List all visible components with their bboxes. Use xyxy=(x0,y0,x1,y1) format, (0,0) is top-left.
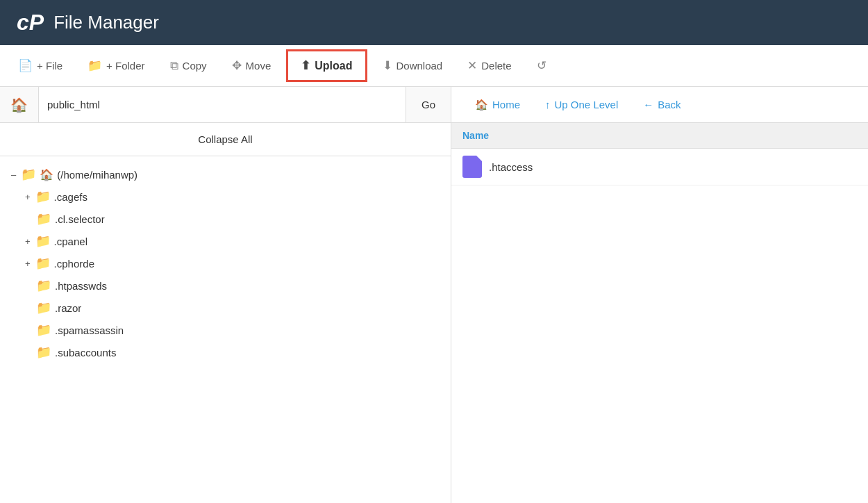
path-home-button[interactable]: 🏠 xyxy=(0,87,39,122)
tree-label-cpanel: .cpanel xyxy=(54,236,87,247)
tree-item-cpanel[interactable]: +📁.cpanel xyxy=(0,230,451,252)
right-panel: 🏠 Home ↑ Up One Level ← Back Name .htacc… xyxy=(451,87,868,503)
main-content: 🏠 Go Collapse All –📁🏠(/home/mihanwp)+📁.c… xyxy=(0,87,868,503)
tree-label-razor: .razor xyxy=(55,302,81,314)
tree-item-cphorde[interactable]: +📁.cphorde xyxy=(0,252,451,274)
cpanel-logo: cP xyxy=(17,10,44,35)
app-title: File Manager xyxy=(53,12,159,33)
file-tree: –📁🏠(/home/mihanwp)+📁.cagefs📁.cl.selector… xyxy=(0,156,451,503)
folder-icon-subaccounts: 📁 xyxy=(36,345,51,360)
back-icon: ← xyxy=(643,99,653,110)
file-plus-icon: 📄 xyxy=(18,58,33,73)
folder-icon-htpasswds: 📁 xyxy=(36,278,51,293)
folder-icon-spamassassin: 📁 xyxy=(36,322,51,338)
right-nav: 🏠 Home ↑ Up One Level ← Back xyxy=(451,87,868,123)
up-icon: ↑ xyxy=(545,99,551,110)
table-header: Name xyxy=(451,123,868,149)
folder-plus-icon: 📁 xyxy=(87,58,102,73)
file-name-htaccess: .htaccess xyxy=(489,161,533,173)
download-icon: ⬇ xyxy=(383,58,392,73)
collapse-all-button[interactable]: Collapse All xyxy=(0,123,451,156)
move-icon: ✥ xyxy=(232,58,242,73)
new-file-button[interactable]: 📄 + File xyxy=(6,45,75,86)
tree-label-clselector: .cl.selector xyxy=(55,213,105,225)
tree-toggle-root[interactable]: – xyxy=(11,170,16,180)
upload-icon: ⬆ xyxy=(301,58,310,73)
tree-toggle-cphorde[interactable]: + xyxy=(25,258,31,269)
left-panel: 🏠 Go Collapse All –📁🏠(/home/mihanwp)+📁.c… xyxy=(0,87,451,503)
back-button[interactable]: ← Back xyxy=(631,87,693,122)
copy-icon: ⧉ xyxy=(170,59,178,73)
tree-toggle-cagefs[interactable]: + xyxy=(25,192,31,202)
tree-item-clselector[interactable]: 📁.cl.selector xyxy=(0,208,451,230)
path-input[interactable] xyxy=(39,87,406,122)
tree-item-root[interactable]: –📁🏠(/home/mihanwp) xyxy=(0,163,451,185)
collapse-bar: Collapse All xyxy=(0,123,451,156)
tree-item-spamassassin[interactable]: 📁.spamassassin xyxy=(0,319,451,341)
folder-icon-root: 📁 xyxy=(21,167,36,182)
upload-button[interactable]: ⬆ Upload xyxy=(286,49,367,82)
restore-button[interactable]: ↺ xyxy=(524,45,559,86)
up-one-level-button[interactable]: ↑ Up One Level xyxy=(533,87,631,122)
file-row-htaccess[interactable]: .htaccess xyxy=(451,149,868,185)
tree-label-subaccounts: .subaccounts xyxy=(55,347,116,358)
folder-icon-cphorde: 📁 xyxy=(35,256,51,271)
tree-item-razor[interactable]: 📁.razor xyxy=(0,297,451,319)
folder-icon-cagefs: 📁 xyxy=(35,189,51,204)
file-list: .htaccess xyxy=(451,149,868,503)
path-go-button[interactable]: Go xyxy=(406,87,451,122)
tree-label-cphorde: .cphorde xyxy=(54,258,94,270)
tree-label-spamassassin: .spamassassin xyxy=(55,324,124,336)
tree-label-htpasswds: .htpasswds xyxy=(55,280,107,292)
copy-button[interactable]: ⧉ Copy xyxy=(158,45,219,86)
home-icon-root: 🏠 xyxy=(40,168,53,181)
tree-toggle-cpanel[interactable]: + xyxy=(25,236,31,247)
folder-icon-clselector: 📁 xyxy=(36,211,51,226)
tree-label-cagefs: .cagefs xyxy=(54,191,87,203)
folder-icon-cpanel: 📁 xyxy=(35,233,51,249)
tree-item-subaccounts[interactable]: 📁.subaccounts xyxy=(0,341,451,363)
home-nav-icon: 🏠 xyxy=(475,99,488,111)
tree-item-htpasswds[interactable]: 📁.htpasswds xyxy=(0,274,451,297)
home-nav-button[interactable]: 🏠 Home xyxy=(462,87,533,122)
delete-button[interactable]: ✕ Delete xyxy=(455,45,524,86)
restore-icon: ↺ xyxy=(537,58,546,73)
header: cP File Manager xyxy=(0,0,868,45)
toolbar: 📄 + File 📁 + Folder ⧉ Copy ✥ Move ⬆ Uplo… xyxy=(0,45,868,87)
download-button[interactable]: ⬇ Download xyxy=(370,45,456,86)
tree-item-cagefs[interactable]: +📁.cagefs xyxy=(0,185,451,208)
new-folder-button[interactable]: 📁 + Folder xyxy=(75,45,157,86)
path-bar: 🏠 Go xyxy=(0,87,451,123)
file-icon-htaccess xyxy=(462,156,482,178)
delete-icon: ✕ xyxy=(467,58,477,73)
tree-label-root: (/home/mihanwp) xyxy=(57,169,137,181)
folder-icon-razor: 📁 xyxy=(36,300,51,315)
move-button[interactable]: ✥ Move xyxy=(219,45,284,86)
